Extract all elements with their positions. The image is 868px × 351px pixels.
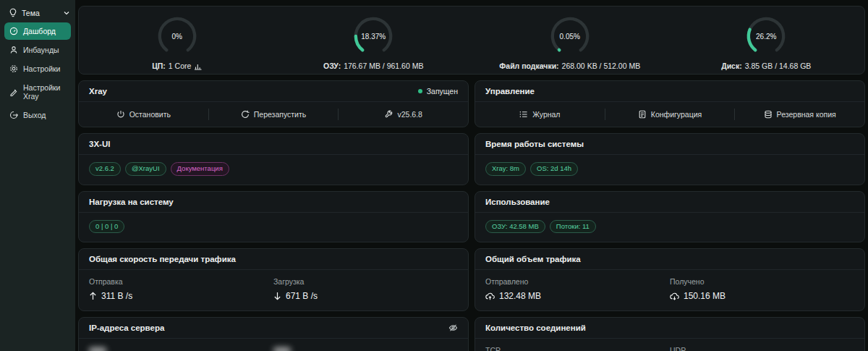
ipv6-label-blur — [273, 347, 291, 351]
sidebar-item-label: Настройки Xray — [23, 83, 66, 101]
ip-card-title: IP-адреса сервера — [89, 323, 164, 332]
panel-version-tag[interactable]: v2.6.2 — [89, 162, 121, 176]
traffic-volume-card: Общий объем трафика Отправлено — [475, 248, 865, 311]
uptime-card-title: Время работы системы — [485, 140, 584, 148]
speed-card-title: Общая скорость передачи трафика — [89, 255, 236, 263]
gauge-ram: 18.37% ОЗУ: 176.67 MB / 961.60 MB — [276, 15, 472, 70]
udp-connections-stat: UDP 4 — [670, 346, 854, 351]
tcp-connections-stat: TCP 17 — [485, 346, 670, 351]
sidebar-item-label: Инбаунды — [23, 46, 59, 54]
theme-label: Тема — [22, 9, 59, 17]
xray-settings-icon — [9, 88, 18, 96]
connections-card-title: Количество соединений — [485, 323, 586, 332]
backup-icon — [764, 110, 773, 119]
cpu-gauge: 0% — [156, 15, 198, 57]
wrench-icon — [384, 110, 393, 119]
swap-label: Файл подкачки: 268.00 KB / 512.00 MB — [499, 62, 640, 70]
sent-volume-stat: Отправлено 132.48 MB — [485, 277, 670, 301]
arrow-up-icon — [89, 292, 97, 300]
stop-xray-button[interactable]: Остановить — [79, 105, 208, 124]
download-speed-stat: Загрузка 671 B /s — [273, 277, 458, 301]
ipv4-blurred — [89, 347, 273, 351]
cpu-label: ЦП: 1 Core — [152, 62, 202, 70]
cpu-percent: 0% — [156, 15, 198, 57]
load-card-title: Нагрузка на систему — [89, 198, 174, 206]
load-average-tag: 0 | 0 | 0 — [89, 220, 124, 234]
restart-icon — [241, 110, 250, 119]
usage-card: Использование ОЗУ: 42.58 MB Потоки: 11 — [475, 191, 865, 243]
inbounds-icon — [9, 46, 18, 54]
xray-version-button[interactable]: v25.6.8 — [339, 105, 468, 124]
sidebar-item-dashboard[interactable]: Дашборд — [4, 22, 71, 40]
restart-xray-button[interactable]: Перезапустить — [209, 105, 339, 124]
cloud-upload-icon — [485, 292, 495, 300]
log-button[interactable]: Журнал — [475, 105, 605, 124]
xray-card-title: Xray — [89, 87, 107, 96]
volume-card-title: Общий объем трафика — [485, 255, 581, 263]
uptime-card: Время работы системы Xray: 8m OS: 2d 14h — [475, 133, 865, 185]
gauges-row: 0% ЦП: 1 Core — [79, 7, 864, 75]
config-button[interactable]: Конфигурация — [605, 105, 735, 124]
traffic-speed-card: Общая скорость передачи трафика Отправка… — [78, 248, 469, 311]
theme-selector[interactable]: Тема — [0, 4, 75, 22]
connections-card: Количество соединений TCP 17 — [475, 317, 865, 351]
ipv6-blurred — [273, 347, 458, 351]
telegram-tag[interactable]: @XrayUI — [125, 162, 166, 176]
ram-percent: 18.37% — [352, 15, 394, 57]
config-icon — [638, 110, 647, 119]
cloud-download-icon — [670, 292, 679, 300]
xray-card: Xray Запущен Остановить — [78, 80, 469, 127]
backup-button[interactable]: Резервная копия — [735, 105, 864, 124]
bulb-icon — [9, 8, 17, 17]
ipv4-label-blur — [89, 347, 106, 351]
sidebar-item-inbounds[interactable]: Инбаунды — [4, 41, 71, 59]
threads-tag: Потоки: 11 — [550, 220, 596, 234]
gauge-swap: 0.05% Файл подкачки: 268.00 KB / 512.00 … — [472, 15, 668, 70]
power-icon — [116, 110, 125, 119]
ram-label: ОЗУ: 176.67 MB / 961.60 MB — [323, 62, 423, 70]
xray-status-badge: Запущен — [418, 87, 458, 96]
disk-gauge: 26.2% — [745, 15, 787, 57]
arrow-down-icon — [273, 292, 281, 300]
sidebar-item-label: Выход — [23, 111, 46, 119]
usage-card-title: Использование — [485, 198, 550, 206]
sidebar-item-logout[interactable]: Выход — [4, 106, 71, 124]
server-ip-card: IP-адреса сервера — [78, 317, 469, 351]
disk-label: Диск: 3.85 GB / 14.68 GB — [721, 62, 811, 70]
disk-percent: 26.2% — [745, 15, 787, 57]
management-card: Управление Журнал — [475, 80, 865, 127]
log-icon — [519, 110, 528, 119]
swap-percent: 0.05% — [549, 15, 591, 57]
gauge-disk: 26.2% Диск: 3.85 GB / 14.68 GB — [668, 15, 865, 70]
gauge-cpu: 0% ЦП: 1 Core — [79, 15, 276, 70]
upload-speed-stat: Отправка 311 B /s — [89, 277, 273, 301]
os-uptime-tag: OS: 2d 14h — [530, 162, 578, 176]
documentation-tag[interactable]: Документация — [171, 162, 229, 176]
received-volume-stat: Получено 150.16 MB — [670, 277, 854, 301]
cpu-chart-icon[interactable] — [194, 62, 202, 70]
sidebar-item-settings[interactable]: Настройки — [4, 60, 71, 77]
sidebar-item-label: Настройки — [23, 64, 61, 73]
xray-uptime-tag: Xray: 8m — [485, 162, 526, 176]
dashboard-page: Тема Дашборд Инбаунды — [0, 0, 868, 351]
status-dot-icon — [418, 89, 422, 93]
eye-off-icon[interactable] — [448, 323, 458, 332]
ram-gauge: 18.37% — [352, 15, 394, 57]
ram-usage-tag: ОЗУ: 42.58 MB — [485, 220, 545, 234]
sidebar-item-label: Дашборд — [23, 27, 56, 35]
main-content: 0% ЦП: 1 Core — [75, 0, 868, 351]
sidebar: Тема Дашборд Инбаунды — [0, 0, 75, 351]
dashboard-icon — [9, 27, 18, 35]
panel-info-card: 3X-UI v2.6.2 @XrayUI Документация — [78, 133, 469, 185]
system-load-card: Нагрузка на систему 0 | 0 | 0 — [78, 191, 469, 243]
swap-gauge: 0.05% — [549, 15, 591, 57]
management-card-title: Управление — [485, 87, 535, 96]
panel-card-title: 3X-UI — [89, 140, 110, 148]
chevron-down-icon — [64, 11, 69, 15]
logout-icon — [9, 111, 18, 119]
settings-icon — [9, 64, 18, 73]
system-gauges-card: 0% ЦП: 1 Core — [78, 6, 865, 75]
sidebar-item-xray-settings[interactable]: Настройки Xray — [4, 79, 71, 105]
ip-addresses-hidden — [79, 339, 468, 351]
